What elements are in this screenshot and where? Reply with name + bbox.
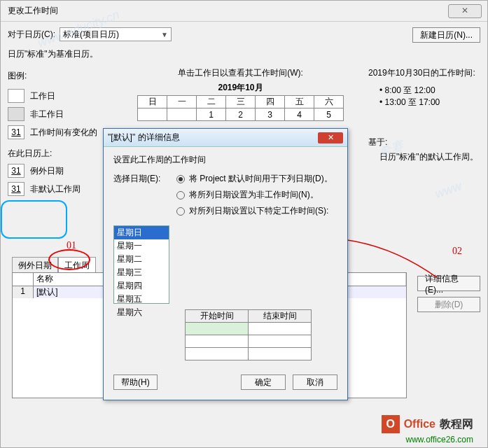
worktime-date-label: 2019年10月30日的工作时间:	[368, 67, 480, 79]
cal-hdr-sun: 日	[138, 96, 167, 108]
th-start: 开始时间	[186, 310, 249, 323]
swatch-edited: 31	[8, 125, 25, 139]
cal-hdr-tue: 二	[197, 96, 226, 108]
list-item[interactable]: 星期三	[114, 266, 169, 279]
grid-rowhdr	[13, 273, 34, 286]
legend-edited-label: 工作时间有变化的	[30, 127, 97, 139]
cal-cell[interactable]: 4	[285, 108, 314, 121]
swatch-work	[8, 89, 25, 103]
dialog-title: "[默认]" 的详细信息	[108, 132, 180, 144]
radio-icon	[176, 191, 185, 200]
legend-exception-label: 例外日期	[30, 165, 64, 177]
office-logo-url: www.office26.com	[406, 435, 474, 444]
cal-hdr-mon: 一	[167, 96, 197, 108]
swatch-nonwork	[8, 107, 25, 121]
cal-cell[interactable]: 3	[256, 108, 285, 121]
worktime-panel: 2019年10月30日的工作时间: • 8:00 至 12:00 • 13:00…	[361, 67, 480, 200]
cancel-button[interactable]: 取消	[293, 374, 337, 390]
chevron-down-icon: ▼	[161, 31, 168, 38]
close-icon[interactable]: ✕	[318, 132, 343, 144]
cal-cell[interactable]: 2	[226, 108, 256, 121]
time-cell[interactable]	[186, 323, 249, 335]
list-item[interactable]: 星期六	[114, 306, 169, 319]
select-date-label: 选择日期(E):	[113, 173, 176, 221]
for-calendar-label: 对于日历(C):	[8, 29, 55, 41]
legend-title: 图例:	[8, 67, 120, 85]
based-on-label: 基于:	[368, 136, 480, 148]
th-end: 结束时间	[249, 310, 312, 323]
list-item[interactable]: 星期二	[114, 253, 169, 266]
ok-button[interactable]: 确定	[241, 374, 286, 390]
time-cell[interactable]	[186, 335, 249, 348]
list-item[interactable]: 星期四	[114, 279, 169, 293]
list-item[interactable]: 星期日	[114, 226, 169, 239]
dialog-subtitle: 设置此工作周的工作时间	[113, 154, 337, 166]
window-title: 更改工作时间	[8, 5, 58, 17]
annotation-02: 02	[452, 246, 462, 257]
delete-button[interactable]: 删除(D)	[417, 297, 480, 312]
legend-nonwork-label: 非工作日	[30, 108, 64, 120]
legend-nondefault-label: 非默认工作周	[30, 183, 81, 195]
calendar-combo[interactable]: 标准(项目日历) ▼	[60, 27, 172, 41]
annotation-oval-red	[48, 249, 90, 270]
radio-specific[interactable]: 对所列日期设置以下特定工作时间(S):	[176, 205, 337, 217]
day-list[interactable]: 星期日 星期一 星期二 星期三 星期四 星期五 星期六	[113, 225, 169, 304]
help-button[interactable]: 帮助(H)	[113, 374, 158, 390]
radio-default[interactable]: 将 Project 默认时间用于下列日期(D)。	[176, 173, 337, 185]
calendar-combo-value: 标准(项目日历)	[63, 29, 119, 41]
click-day-label: 单击工作日以查看其工作时间(W):	[120, 67, 361, 79]
time-cell[interactable]	[249, 348, 312, 360]
window-close-button[interactable]: ✕	[448, 4, 482, 18]
cal-hdr-wed: 三	[226, 96, 256, 108]
calendar-month: 2019年10月	[120, 82, 361, 94]
details-button[interactable]: 详细信息(E)...	[417, 276, 480, 291]
cal-cell[interactable]	[167, 108, 197, 121]
radio-nonworking[interactable]: 将所列日期设置为非工作时间(N)。	[176, 189, 337, 201]
titlebar: 更改工作时间 ✕	[1, 1, 487, 22]
cal-cell[interactable]	[138, 108, 167, 121]
radio-icon	[176, 175, 185, 183]
time-cell[interactable]	[249, 335, 312, 348]
cal-hdr-sat: 六	[314, 96, 344, 108]
time-cell[interactable]	[186, 348, 249, 360]
radio-icon	[176, 207, 185, 216]
based-on-text: 日历"标准"的默认工作周。	[379, 151, 480, 163]
office-logo-icon: O	[382, 415, 400, 433]
time-cell[interactable]	[249, 323, 312, 335]
swatch-exception: 31	[8, 164, 25, 178]
base-calendar-text: 日历"标准"为基准日历。	[1, 47, 487, 67]
swatch-nondefault: 31	[8, 182, 25, 196]
grid-rownum[interactable]: 1	[13, 286, 34, 298]
cal-hdr-thu: 四	[256, 96, 285, 108]
new-calendar-button[interactable]: 新建日历(N)...	[412, 27, 480, 43]
cal-cell[interactable]: 5	[314, 108, 344, 121]
annotation-oval-blue	[1, 200, 67, 239]
details-dialog: "[默认]" 的详细信息 ✕ 设置此工作周的工作时间 选择日期(E): 将 Pr…	[103, 128, 348, 400]
calendar-grid[interactable]: 日 一 二 三 四 五 六 1 2 3 4 5	[137, 95, 344, 121]
office-logo: O Office教程网	[382, 415, 473, 433]
list-item[interactable]: 星期一	[114, 239, 169, 253]
cal-hdr-fri: 五	[285, 96, 314, 108]
annotation-01: 01	[67, 240, 76, 251]
worktime-2: • 13:00 至 17:00	[379, 97, 480, 108]
time-table[interactable]: 开始时间结束时间	[185, 309, 312, 360]
worktime-1: • 8:00 至 12:00	[379, 85, 480, 97]
list-item[interactable]: 星期五	[114, 293, 169, 306]
legend-work-label: 工作日	[30, 90, 55, 102]
cal-cell[interactable]: 1	[197, 108, 226, 121]
dialog-titlebar[interactable]: "[默认]" 的详细信息 ✕	[104, 129, 347, 147]
